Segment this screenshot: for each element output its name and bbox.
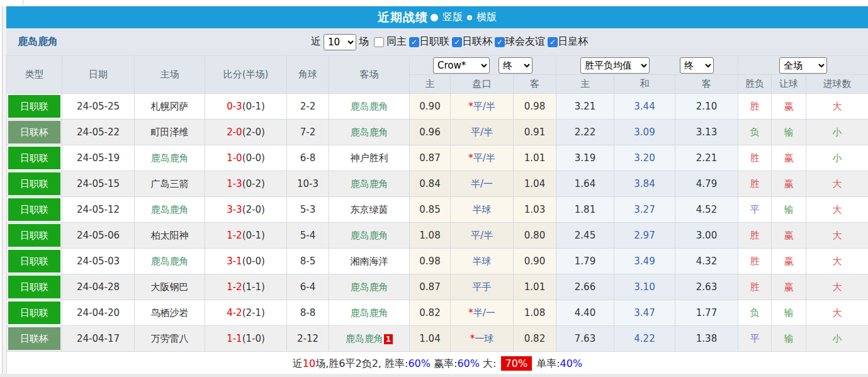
panel-title: 近期战绩 — [378, 9, 428, 26]
eu-home-odds: 2.45 — [556, 223, 614, 249]
eu-draw-odds: 3.20 — [614, 145, 675, 171]
eu-away-odds: 4.32 — [675, 249, 738, 274]
ah-home-odds: 0.98 — [410, 249, 451, 274]
score-cell: 3-3(2-0) — [205, 197, 287, 223]
result-handicap: 赢 — [772, 145, 806, 171]
away-team[interactable]: 鹿岛鹿角 — [329, 223, 410, 249]
ah-away-odds: 0.80 — [514, 223, 556, 249]
home-team[interactable]: 鹿岛鹿角 — [135, 197, 205, 223]
league-label: 球会友谊 — [505, 35, 545, 48]
half-score: (2-0) — [242, 204, 265, 215]
home-team[interactable]: 大阪钢巴 — [135, 274, 205, 300]
sub-header-ah-home: 主 — [410, 75, 451, 94]
home-team[interactable]: 鸟栖沙岩 — [135, 300, 205, 326]
home-team[interactable]: 鹿岛鹿角 — [135, 249, 205, 274]
home-team[interactable]: 鹿岛鹿角 — [135, 145, 205, 171]
league-type-cell: 日职联 — [7, 249, 62, 274]
result-group-header: 全场 — [738, 56, 868, 75]
away-team[interactable]: 鹿岛鹿角 — [329, 300, 410, 326]
handicap-text: 平/半 — [473, 152, 495, 164]
score-cell: 1-0(0-0) — [205, 145, 287, 171]
eu-away-odds: 2.21 — [675, 145, 738, 171]
match-date: 24-05-25 — [62, 94, 135, 120]
ah-home-odds: 0.96 — [410, 120, 451, 145]
away-team[interactable]: 鹿岛鹿角 — [329, 171, 410, 197]
result-goals: 大 — [806, 300, 868, 326]
ah-line: *半/一 — [451, 300, 514, 326]
away-team[interactable]: 鹿岛鹿角 — [329, 274, 410, 300]
horizontal-layout-radio[interactable] — [467, 15, 472, 20]
away-team[interactable]: 神户胜利 — [329, 145, 410, 171]
away-team[interactable]: 湘南海洋 — [329, 249, 410, 274]
league-type-cell: 日职联 — [7, 197, 62, 223]
eu-home-odds: 1.64 — [556, 171, 614, 197]
full-score: 3-1 — [227, 256, 242, 267]
eu-away-odds: 1.38 — [675, 326, 738, 352]
league-checkbox[interactable]: ✓ — [409, 37, 419, 47]
home-team[interactable]: 广岛三箭 — [135, 171, 205, 197]
vertical-layout-radio[interactable] — [431, 14, 438, 21]
league-type-cell: 日职联 — [7, 145, 62, 171]
ah-line: *平/半 — [451, 94, 514, 120]
page-bottom-strip — [0, 374, 868, 377]
result-goals: 大 — [806, 94, 868, 120]
summary-part: 近 — [293, 357, 303, 369]
away-team[interactable]: 鹿岛鹿角 — [329, 120, 410, 145]
eu-draw-odds: 3.49 — [614, 249, 675, 274]
odds-company-select[interactable]: Crow* — [433, 57, 490, 74]
handicap-text: 平/半 — [471, 127, 493, 138]
handicap-text: 半/一 — [471, 178, 493, 189]
full-score: 1-2 — [227, 230, 242, 241]
league-checkbox[interactable]: ✓ — [452, 37, 462, 47]
eu-draw-odds: 2.97 — [614, 223, 675, 249]
rank-badge: 1 — [384, 334, 393, 344]
eu-away-odds: 4.52 — [675, 197, 738, 223]
eu-away-odds: 3.13 — [675, 120, 738, 145]
eu-home-odds: 7.63 — [556, 326, 614, 352]
star-mark: * — [468, 152, 473, 164]
league-checkbox[interactable]: ✓ — [548, 37, 558, 47]
eu-draw-odds: 3.44 — [614, 94, 675, 120]
result-goals: 小 — [806, 145, 868, 171]
europe-time-select[interactable]: 终 — [680, 57, 714, 74]
ah-line: 平/半 — [451, 223, 514, 249]
full-score: 1-2 — [227, 281, 242, 293]
league-type-cell: 日职联 — [7, 274, 62, 300]
away-team[interactable]: 鹿岛鹿角1 — [329, 326, 410, 352]
ah-line: 平手 — [451, 274, 514, 300]
recent-count-select[interactable]: 10 — [324, 34, 356, 50]
league-checkbox[interactable]: ✓ — [495, 37, 505, 47]
league-badge: 日联杯 — [8, 121, 60, 143]
half-score: (0-2) — [242, 178, 265, 189]
eu-home-odds: 2.66 — [556, 274, 614, 300]
score-cell: 3-1(0-0) — [205, 249, 287, 274]
league-label: 日职联 — [419, 35, 449, 48]
score-cell: 4-2(2-1) — [205, 300, 287, 326]
full-score: 2-0 — [227, 127, 242, 138]
result-goals: 大 — [806, 274, 868, 300]
corner-count: 6-4 — [287, 274, 329, 300]
result-handicap: 输 — [772, 120, 806, 145]
league-badge: 日职联 — [8, 172, 60, 195]
corner-count: 8-8 — [287, 300, 329, 326]
half-score: (2-1) — [242, 307, 265, 318]
europe-odds-select[interactable]: 胜平负均值 — [580, 57, 650, 74]
home-team[interactable]: 札幌冈萨 — [135, 94, 205, 120]
summary-footer: 近10场,胜6平2负2, 胜率:60% 赢率:60% 大: 70% 单率:40% — [7, 352, 868, 377]
result-wdl: 胜 — [738, 171, 772, 197]
league-type-cell: 日联杯 — [7, 326, 62, 352]
filter-bar: 鹿岛鹿角 近 10 场 同主 ✓日职联✓日联杯✓球会友谊✓日皇杯 — [6, 28, 868, 55]
eu-home-odds: 3.19 — [556, 145, 614, 171]
home-team[interactable]: 町田泽维 — [135, 120, 205, 145]
same-home-checkbox[interactable] — [374, 37, 384, 47]
home-team[interactable]: 万劳雷八 — [135, 326, 205, 352]
handicap-time-select[interactable]: 终 — [499, 57, 533, 74]
away-team[interactable]: 鹿岛鹿角 — [329, 94, 410, 120]
near-label: 近 — [311, 35, 321, 48]
home-team[interactable]: 柏太阳神 — [135, 223, 205, 249]
away-team[interactable]: 东京绿茵 — [329, 197, 410, 223]
match-row: 日职联24-05-15广岛三箭1-3(0-2)10-3鹿岛鹿角0.84半/一1.… — [7, 171, 868, 197]
match-scope-select[interactable]: 全场 — [779, 57, 827, 74]
sub-header-ah-away: 客 — [514, 75, 556, 94]
league-badge: 日职联 — [8, 301, 60, 324]
